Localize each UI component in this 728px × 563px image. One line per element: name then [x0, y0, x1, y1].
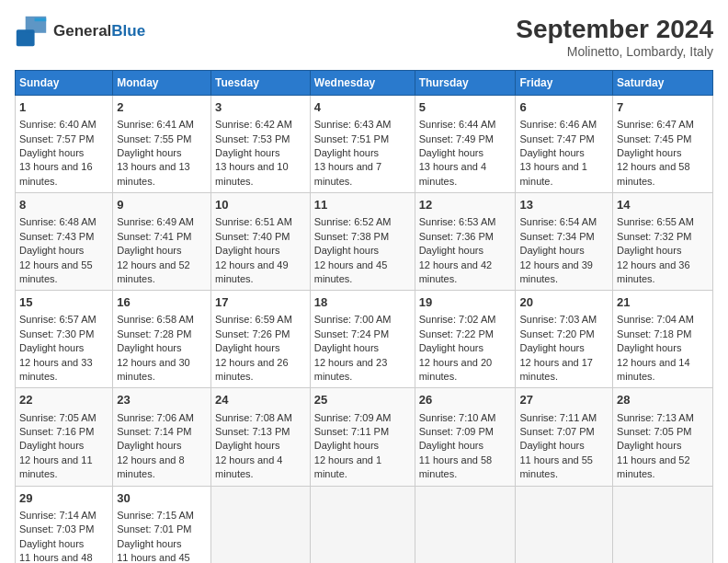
table-row: 20 Sunrise: 7:03 AM Sunset: 7:20 PM Dayl…	[516, 291, 613, 388]
table-row: 26 Sunrise: 7:10 AM Sunset: 7:09 PM Dayl…	[415, 388, 516, 486]
calendar-table: Sunday Monday Tuesday Wednesday Thursday…	[15, 70, 713, 563]
empty-cell	[211, 486, 311, 563]
col-monday: Monday	[113, 71, 211, 96]
calendar-week-row: 8 Sunrise: 6:48 AM Sunset: 7:43 PM Dayli…	[16, 193, 713, 291]
table-row: 9 Sunrise: 6:49 AM Sunset: 7:41 PM Dayli…	[113, 193, 211, 291]
table-row: 5 Sunrise: 6:44 AM Sunset: 7:49 PM Dayli…	[415, 96, 516, 193]
empty-cell	[415, 486, 516, 563]
page-title: September 2024	[516, 15, 713, 44]
logo: GeneralBlue	[15, 15, 145, 48]
calendar-week-row: 29 Sunrise: 7:14 AM Sunset: 7:03 PM Dayl…	[16, 486, 713, 563]
table-row: 8 Sunrise: 6:48 AM Sunset: 7:43 PM Dayli…	[16, 193, 113, 291]
table-row: 10 Sunrise: 6:51 AM Sunset: 7:40 PM Dayl…	[211, 193, 311, 291]
empty-cell	[516, 486, 613, 563]
table-row: 29 Sunrise: 7:14 AM Sunset: 7:03 PM Dayl…	[16, 486, 113, 563]
calendar-week-row: 1 Sunrise: 6:40 AM Sunset: 7:57 PM Dayli…	[16, 96, 713, 193]
table-row: 14 Sunrise: 6:55 AM Sunset: 7:32 PM Dayl…	[613, 193, 713, 291]
table-row: 27 Sunrise: 7:11 AM Sunset: 7:07 PM Dayl…	[516, 388, 613, 486]
table-row: 12 Sunrise: 6:53 AM Sunset: 7:36 PM Dayl…	[415, 193, 516, 291]
empty-cell	[310, 486, 415, 563]
table-row: 24 Sunrise: 7:08 AM Sunset: 7:13 PM Dayl…	[211, 388, 311, 486]
empty-cell	[613, 486, 713, 563]
col-wednesday: Wednesday	[310, 71, 415, 96]
col-sunday: Sunday	[16, 71, 113, 96]
table-row: 21 Sunrise: 7:04 AM Sunset: 7:18 PM Dayl…	[613, 291, 713, 388]
table-row: 16 Sunrise: 6:58 AM Sunset: 7:28 PM Dayl…	[113, 291, 211, 388]
table-row: 19 Sunrise: 7:02 AM Sunset: 7:22 PM Dayl…	[415, 291, 516, 388]
table-row: 17 Sunrise: 6:59 AM Sunset: 7:26 PM Dayl…	[211, 291, 311, 388]
table-row: 11 Sunrise: 6:52 AM Sunset: 7:38 PM Dayl…	[310, 193, 415, 291]
table-row: 13 Sunrise: 6:54 AM Sunset: 7:34 PM Dayl…	[516, 193, 613, 291]
table-row: 23 Sunrise: 7:06 AM Sunset: 7:14 PM Dayl…	[113, 388, 211, 486]
calendar-week-row: 15 Sunrise: 6:57 AM Sunset: 7:30 PM Dayl…	[16, 291, 713, 388]
table-row: 2 Sunrise: 6:41 AM Sunset: 7:55 PM Dayli…	[113, 96, 211, 193]
table-row: 22 Sunrise: 7:05 AM Sunset: 7:16 PM Dayl…	[16, 388, 113, 486]
table-row: 7 Sunrise: 6:47 AM Sunset: 7:45 PM Dayli…	[613, 96, 713, 193]
svg-marker-3	[35, 18, 47, 22]
table-row: 1 Sunrise: 6:40 AM Sunset: 7:57 PM Dayli…	[16, 96, 113, 193]
table-row: 18 Sunrise: 7:00 AM Sunset: 7:24 PM Dayl…	[310, 291, 415, 388]
col-thursday: Thursday	[415, 71, 516, 96]
logo-icon	[15, 15, 48, 48]
table-row: 4 Sunrise: 6:43 AM Sunset: 7:51 PM Dayli…	[310, 96, 415, 193]
col-saturday: Saturday	[613, 71, 713, 96]
calendar-header-row: Sunday Monday Tuesday Wednesday Thursday…	[16, 71, 713, 96]
table-row: 25 Sunrise: 7:09 AM Sunset: 7:11 PM Dayl…	[310, 388, 415, 486]
table-row: 15 Sunrise: 6:57 AM Sunset: 7:30 PM Dayl…	[16, 291, 113, 388]
title-block: September 2024 Molinetto, Lombardy, Ital…	[516, 15, 713, 59]
logo-text: GeneralBlue	[53, 23, 145, 40]
page-subtitle: Molinetto, Lombardy, Italy	[516, 44, 713, 59]
table-row: 3 Sunrise: 6:42 AM Sunset: 7:53 PM Dayli…	[211, 96, 311, 193]
col-tuesday: Tuesday	[211, 71, 311, 96]
table-row: 28 Sunrise: 7:13 AM Sunset: 7:05 PM Dayl…	[613, 388, 713, 486]
page-header: GeneralBlue September 2024 Molinetto, Lo…	[15, 15, 713, 59]
calendar-week-row: 22 Sunrise: 7:05 AM Sunset: 7:16 PM Dayl…	[16, 388, 713, 486]
col-friday: Friday	[516, 71, 613, 96]
table-row: 6 Sunrise: 6:46 AM Sunset: 7:47 PM Dayli…	[516, 96, 613, 193]
table-row: 30 Sunrise: 7:15 AM Sunset: 7:01 PM Dayl…	[113, 486, 211, 563]
